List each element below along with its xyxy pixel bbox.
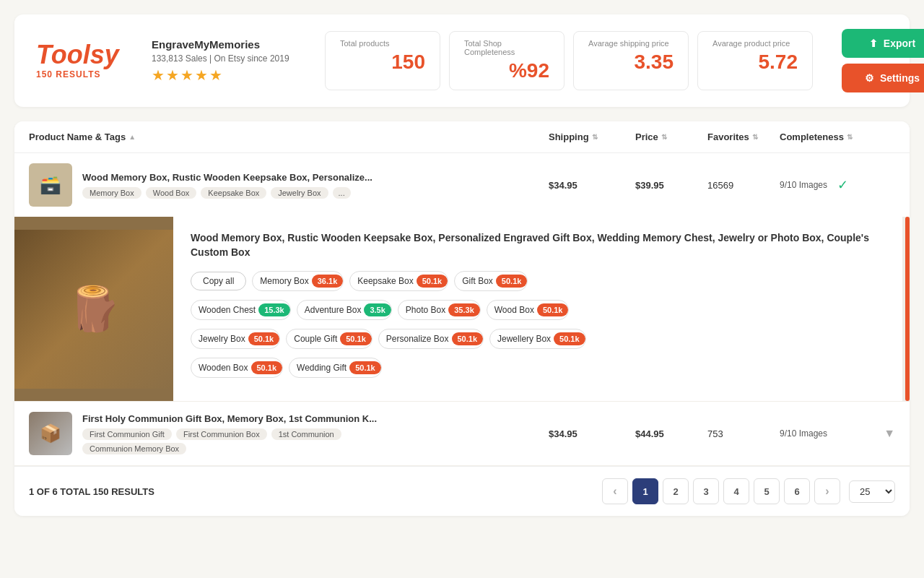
- tag-badge: Adventure Box 3.5k: [297, 300, 392, 320]
- tag-pill: 1st Communion: [271, 428, 341, 440]
- settings-label: Settings: [880, 72, 920, 84]
- tag-badge: Couple Gift 50.1k: [286, 329, 372, 349]
- product-name-1: Wood Memory Box, Rustic Wooden Keepsake …: [82, 172, 372, 183]
- scrollbar-indicator[interactable]: [905, 217, 910, 401]
- stat-avg-price-value: 5.72: [712, 51, 798, 74]
- col-header-completeness[interactable]: Completeness ⇅: [780, 131, 895, 142]
- shipping-cell-1: $34.95: [549, 180, 635, 191]
- tag-pill: Keepsake Box: [201, 187, 266, 199]
- sort-icon-completeness: ⇅: [847, 133, 853, 141]
- product-tags-2b: Communion Memory Box: [82, 443, 377, 454]
- page-3-button[interactable]: 3: [693, 478, 719, 504]
- tag-badge: Gift Box 50.1k: [454, 271, 528, 291]
- table-row: 🗃️ Wood Memory Box, Rustic Wooden Keepsa…: [14, 153, 910, 402]
- col-header-name[interactable]: Product Name & Tags ▲: [29, 131, 549, 142]
- stat-total-products: Total products 150: [325, 31, 440, 90]
- col-header-shipping[interactable]: Shipping ⇅: [549, 131, 635, 142]
- shipping-cell-2: $34.95: [549, 428, 635, 439]
- export-button[interactable]: ⬆ Export: [842, 29, 924, 58]
- product-tags-2: First Communion Gift First Communion Box…: [82, 428, 377, 440]
- stat-avg-shipping-label: Avarage shipping price: [588, 39, 674, 48]
- pagination-info: 1 OF 6 TOTAL 150 RESULTS: [29, 486, 154, 497]
- col-header-price[interactable]: Price ⇅: [635, 131, 707, 142]
- product-name-2: First Holy Communion Gift Box, Memory Bo…: [82, 413, 377, 424]
- stat-avg-shipping-value: 3.35: [588, 51, 674, 74]
- col-header-favorites[interactable]: Favorites ⇅: [707, 131, 780, 142]
- tag-pill: Wood Box: [146, 187, 197, 199]
- checkmark-icon: ✓: [837, 177, 848, 193]
- tag-badge: Wooden Box 50.1k: [191, 358, 283, 378]
- page-5-button[interactable]: 5: [754, 478, 780, 504]
- table-row-collapsed-1[interactable]: 🗃️ Wood Memory Box, Rustic Wooden Keepsa…: [14, 153, 910, 217]
- shop-name: EngraveMyMemories: [152, 38, 296, 51]
- price-cell-1: $39.95: [635, 180, 707, 191]
- product-image-inner: 🪵: [14, 230, 173, 389]
- stat-total-products-label: Total products: [340, 39, 425, 48]
- export-label: Export: [884, 38, 915, 49]
- expanded-tags-area: Wood Memory Box, Rustic Wooden Keepsake …: [173, 217, 902, 401]
- table-header: Product Name & Tags ▲ Shipping ⇅ Price ⇅…: [14, 121, 910, 153]
- product-image-large-1: 🪵: [14, 217, 173, 401]
- page-1-button[interactable]: 1: [632, 478, 658, 504]
- prev-page-button[interactable]: ‹: [602, 478, 628, 504]
- table-row-collapsed-2[interactable]: 📦 First Holy Communion Gift Box, Memory …: [14, 402, 910, 465]
- tag-pill: Memory Box: [82, 187, 141, 199]
- results-count: 150 RESULTS: [36, 69, 123, 79]
- completeness-cell-2: 9/10 Images ▼: [780, 427, 895, 440]
- settings-button[interactable]: ⚙ Settings: [842, 64, 924, 92]
- next-page-button[interactable]: ›: [814, 478, 840, 504]
- tag-pill: First Communion Box: [176, 428, 267, 440]
- page-4-button[interactable]: 4: [723, 478, 749, 504]
- tag-badge: Memory Box 36.1k: [252, 271, 344, 291]
- page-6-button[interactable]: 6: [784, 478, 810, 504]
- tag-pill: Jewelry Box: [271, 187, 328, 199]
- stat-avg-price: Avarage product price 5.72: [697, 31, 813, 90]
- per-page-select[interactable]: 25 50 100: [849, 480, 895, 503]
- tag-badge: Jewellery Box 50.1k: [489, 329, 586, 349]
- sort-icon-shipping: ⇅: [592, 133, 598, 141]
- tags-row-2: Wooden Chest 15.3k Adventure Box 3.5k Ph…: [191, 300, 885, 320]
- tag-badge: Wood Box 50.1k: [487, 300, 570, 320]
- favorites-cell-2: 753: [707, 428, 780, 439]
- expanded-title: Wood Memory Box, Rustic Wooden Keepsake …: [191, 231, 885, 259]
- stat-avg-price-label: Avarage product price: [712, 39, 798, 48]
- tags-row-3: Jewelry Box 50.1k Couple Gift 50.1k Pers…: [191, 329, 885, 349]
- pagination-bar: 1 OF 6 TOTAL 150 RESULTS ‹ 1 2 3 4 5 6 ›…: [14, 466, 910, 516]
- tag-badge: Wedding Gift 50.1k: [289, 358, 382, 378]
- tags-row-1: Copy all Memory Box 36.1k Keepsake Box 5…: [191, 271, 885, 291]
- settings-icon: ⚙: [865, 72, 874, 84]
- tag-badge: Wooden Chest 15.3k: [191, 300, 291, 320]
- logo: Toolsy: [36, 42, 123, 68]
- chevron-down-icon: ▼: [884, 427, 895, 440]
- sort-icon-favorites: ⇅: [752, 133, 758, 141]
- tag-pill: First Communion Gift: [82, 428, 172, 440]
- price-cell-2: $44.95: [635, 428, 707, 439]
- tag-badge: Jewelry Box 50.1k: [191, 329, 280, 349]
- product-cell-2: 📦 First Holy Communion Gift Box, Memory …: [29, 412, 549, 455]
- stat-completeness-label: Total Shop Completeness: [464, 39, 549, 56]
- export-icon: ⬆: [869, 38, 878, 49]
- tag-badge: Photo Box 35.3k: [398, 300, 481, 320]
- stat-completeness: Total Shop Completeness %92: [449, 31, 565, 90]
- shop-meta: 133,813 Sales | On Etsy since 2019: [152, 53, 296, 64]
- tag-badge: Keepsake Box 50.1k: [349, 271, 448, 291]
- page-buttons: ‹ 1 2 3 4 5 6 ›: [602, 478, 840, 504]
- expanded-row-1: 🪵 Wood Memory Box, Rustic Wooden Keepsak…: [14, 217, 910, 401]
- tag-pill: Communion Memory Box: [82, 443, 186, 454]
- product-thumbnail-1: 🗃️: [29, 163, 72, 207]
- stat-completeness-value: %92: [464, 59, 549, 82]
- favorites-cell-1: 16569: [707, 180, 780, 191]
- shop-stars: ★★★★★: [152, 66, 296, 84]
- page-2-button[interactable]: 2: [663, 478, 689, 504]
- product-cell-1: 🗃️ Wood Memory Box, Rustic Wooden Keepsa…: [29, 163, 549, 207]
- sort-icon-name: ▲: [128, 133, 136, 141]
- completeness-cell-1: 9/10 Images ✓: [780, 177, 895, 193]
- table-row: 📦 First Holy Communion Gift Box, Memory …: [14, 402, 910, 466]
- tag-badge: Personalize Box 50.1k: [378, 329, 484, 349]
- stat-total-products-value: 150: [340, 51, 425, 74]
- copy-all-button[interactable]: Copy all: [191, 272, 246, 290]
- stat-avg-shipping: Avarage shipping price 3.35: [573, 31, 689, 90]
- product-thumbnail-2: 📦: [29, 412, 72, 455]
- tag-more: ...: [333, 187, 351, 199]
- product-tags-1: Memory Box Wood Box Keepsake Box Jewelry…: [82, 187, 372, 199]
